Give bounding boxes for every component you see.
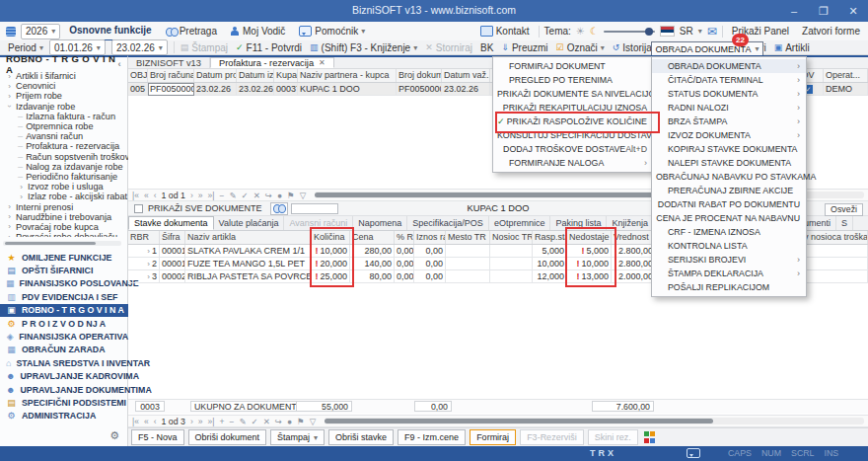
menu-item-pregled-po-terenima[interactable]: PREGLED PO TERENIMA (493, 73, 653, 87)
menu-item-dodaj-tro-kove-dostave[interactable]: DODAJ TROŠKOVE DOSTAVEAlt+D (493, 142, 653, 156)
toolbar-button-preuzmi[interactable]: ⇓Preuzmi (501, 42, 547, 53)
obrada-item-kopiraj-stavke-dokumenta[interactable]: KOPIRAJ STAVKE DOKUMENTA (652, 142, 806, 156)
obrada-item-cena-je-procenat-na-nabavnu[interactable]: CENA JE PROCENAT NA NABAVNU (652, 211, 806, 225)
row-expand-icon[interactable]: › (147, 247, 150, 256)
nav-fast-fwd-icon[interactable]: » (198, 191, 203, 200)
tree-item-otpremnica-robe[interactable]: –Otpremnica robe (0, 121, 128, 131)
column-header--r-[interactable]: % R... (395, 231, 414, 244)
maximize-button[interactable]: ❐ (809, 0, 838, 22)
obrada-item-crf-izmena-iznosa[interactable]: CRF - IZMENA IZNOSA (652, 225, 806, 239)
document-cell[interactable]: PF005000001 (148, 83, 194, 96)
refresh-button[interactable]: Osveži (825, 203, 863, 216)
tree-item-izlaz-robe-akcijski-rabat[interactable]: ›Izlaz robe - akcijski rabat (0, 192, 128, 201)
obrada-item-obrada-dokumenta[interactable]: OBRADA DOKUMENTA› (652, 59, 806, 73)
detail-tab-s[interactable]: S (836, 216, 853, 230)
tree-item-avansni-ra-un[interactable]: –Avansni račun (0, 131, 128, 141)
nav-cancel-icon[interactable]: ✕ (253, 191, 260, 200)
filter-icon[interactable]: ▽ (310, 417, 317, 426)
nav-last-icon[interactable]: »| (208, 191, 215, 200)
tab-profaktura[interactable]: Profaktura - rezervacija ✕ (210, 57, 334, 68)
menu-item-prika-i-rekapitulaciju-iznosa[interactable]: PRIKAŽI REKAPITULACIJU IZNOSA (493, 101, 653, 115)
date-to-select[interactable]: 23.02.26 ▾ (111, 39, 168, 55)
menu-item-formiraj-dokument[interactable]: FORMIRAJ DOKUMENT (493, 59, 653, 73)
document-cell[interactable]: 00037 (274, 83, 298, 96)
obrada-item--tampa-deklaracija[interactable]: ŠTAMPA DEKLARACIJA› (652, 267, 806, 280)
tree-item-povra-aj-robe-dobavlja-u[interactable]: ›Povraćaj robe dobavljaču (0, 232, 128, 237)
toolbar-button-bk[interactable]: BK (480, 42, 493, 53)
column-header-kupac[interactable]: Kupac (274, 69, 298, 82)
tree-expand-icon[interactable]: › (18, 183, 25, 192)
column-header-naziv-artikla[interactable]: Naziv artikla (185, 231, 312, 244)
column-header-koli-ina[interactable]: Količina (312, 231, 350, 244)
tree-scrollbar[interactable] (3, 241, 121, 246)
document-cell[interactable]: 23.02.26 (442, 83, 490, 96)
footer-button--tampaj[interactable]: Štampaj▾ (270, 429, 325, 445)
nav-delete-icon[interactable]: − (220, 191, 225, 200)
sidebar-item-stalna-sredstva-i-inventar[interactable]: ⌂STALNA SREDSTVA I INVENTAR (0, 356, 128, 369)
detail-tab-eotpremnice[interactable]: eOtpremnice (489, 216, 551, 230)
tree-expand-icon[interactable]: › (6, 202, 13, 211)
notification-badge[interactable]: 22 (732, 34, 749, 46)
row-expand-icon[interactable]: › (147, 260, 150, 269)
row-expand-icon[interactable]: › (147, 272, 150, 281)
nav-next-icon[interactable]: › (190, 417, 193, 426)
obrada-item-obra-unaj-nabavku-po-stavkama[interactable]: OBRAČUNAJ NABAVKU PO STAVKAMA (652, 170, 806, 184)
menubar-item-pretraga[interactable]: Pretraga (162, 23, 221, 40)
obrada-item-status-dokumenta[interactable]: STATUS DOKUMENTA› (652, 87, 806, 101)
sidebar-item-p-r-o-i-z-v-o-d-nj-a[interactable]: ⚙P R O I Z V O D NJ A (0, 317, 128, 330)
tree-item-izvoz-robe-i-usluga[interactable]: ›Izvoz robe i usluga (0, 182, 128, 192)
sidebar-item-pdv-evidencija-i-sef[interactable]: ▥PDV EVIDENCIJA I SEF (0, 290, 128, 303)
footer-button-f5-nova[interactable]: F5 - Nova (131, 429, 184, 445)
footer-button-obri-i-dokument[interactable]: Obriši dokument (188, 429, 267, 445)
nav-refresh-icon[interactable]: ↪ (275, 417, 282, 426)
sun-icon[interactable]: ☀ (576, 26, 585, 37)
column-header-rbr[interactable]: RBR (128, 231, 160, 244)
legend-colors-icon[interactable] (644, 431, 656, 443)
chevron-down-icon[interactable]: ▾ (698, 27, 702, 36)
gear-icon[interactable]: ⚙ (109, 429, 119, 442)
period-button[interactable]: Period ▾ (8, 42, 43, 53)
nav-cancel-icon[interactable]: ✕ (263, 417, 270, 426)
menu-item-konsultuj-specifikaciju-dostave[interactable]: KONSULTUJ SPECIFIKACIJU DOSTAVE (493, 128, 653, 142)
toolbar-button--shift-f3-knji-enje[interactable]: ▥(Shift) F3 - Knjiženje▾ (310, 42, 417, 53)
footer-button-obri-i-stavke[interactable]: Obriši stavke (328, 429, 394, 445)
nav-fast-back-icon[interactable]: « (144, 417, 149, 426)
obrada-item-izvoz-dokumenta[interactable]: IZVOZ DOKUMENTA› (652, 128, 806, 142)
tree-item-interni-prenosi[interactable]: ›Interni prenosi (0, 201, 128, 211)
nav-last-icon[interactable]: »| (208, 417, 215, 426)
tree-expand-icon[interactable]: › (6, 92, 13, 101)
column-header-datum-iz-[interactable]: Datum iz... (237, 69, 274, 82)
show-all-documents-checkbox[interactable] (134, 204, 143, 213)
year-select[interactable]: 2026 ▾ (21, 24, 60, 39)
nav-record-icon[interactable]: ● (277, 191, 282, 200)
tree-expand-icon[interactable]: › (6, 233, 13, 237)
tree-item-nalog-za-izdavanje-robe[interactable]: –Nalog za izdavanje robe (0, 162, 128, 172)
nav-bookmark-icon[interactable]: ⚑ (297, 417, 305, 426)
nav-prev-icon[interactable]: ‹ (154, 191, 157, 200)
nav-fast-back-icon[interactable]: « (144, 191, 149, 200)
moon-icon[interactable]: ☾ (590, 26, 599, 37)
chat-icon[interactable] (687, 448, 700, 458)
tree-expand-icon[interactable]: › (5, 103, 14, 110)
nav-next-icon[interactable]: › (190, 191, 193, 200)
document-cell[interactable]: DEMO (824, 83, 868, 96)
toolbar-button-artikli[interactable]: ▣Artikli (774, 42, 810, 53)
menu-item-prika-i-raspolo-ive-koli-ine[interactable]: ✓PRIKAŽI RASPOLOŽIVE KOLIČINE (493, 115, 653, 128)
footer-button-f9-izm-cene[interactable]: F9 - Izm.cene (398, 429, 466, 445)
nav-edit-icon[interactable]: ✎ (239, 417, 246, 426)
tree-item-cenovnici[interactable]: ›Cenovnici (0, 81, 128, 91)
document-cell[interactable]: 005 (128, 83, 148, 96)
tree-expand-icon[interactable]: › (6, 212, 13, 221)
document-cell[interactable]: 23.02.26 (237, 83, 274, 96)
search-button[interactable] (270, 202, 288, 215)
column-header-datum-va-[interactable]: Datum važ... (442, 69, 490, 82)
sidebar-item-finansijska-operativa[interactable]: ◈FINANSIJSKA OPERATIVA (0, 330, 128, 343)
sidebar-item-omiljene-funkcije[interactable]: ★OMILJENE FUNKCIJE (0, 251, 128, 264)
column-header-nosioc-tr[interactable]: Nosioc TR (490, 231, 533, 244)
obrada-item-prera-unaj-zbirne-akcije[interactable]: PRERAČUNAJ ZBIRNE AKCIJE (652, 184, 806, 197)
minimize-button[interactable]: – (779, 0, 809, 22)
detail-tab-valute-pla-anja[interactable]: Valute plaćanja (214, 216, 285, 230)
obrada-item-radni-nalozi[interactable]: RADNI NALOZI› (652, 101, 806, 115)
sidebar-item-administracija[interactable]: ⚙ADMINISTRACIJA (0, 410, 128, 423)
column-header-rasp-stanje[interactable]: Rasp.stanje (533, 231, 567, 244)
